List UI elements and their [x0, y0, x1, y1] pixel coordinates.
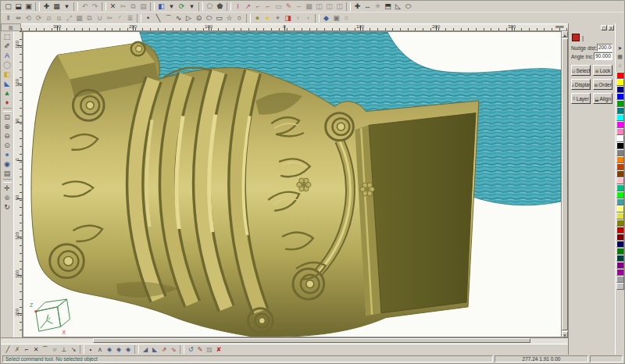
edit-pen-icon[interactable]: ✎ — [195, 345, 205, 354]
refresh-dropdown-icon[interactable]: ▾ — [187, 2, 197, 11]
fill-color-icon[interactable]: ◧ — [156, 2, 166, 11]
layer-button[interactable]: ≡Layer — [571, 93, 591, 104]
snap-point-icon[interactable]: • — [86, 345, 95, 354]
horizontal-scroll-thumb[interactable] — [93, 338, 530, 343]
palette-swatch[interactable] — [616, 142, 624, 149]
lamp-on-icon[interactable]: ● — [262, 13, 273, 23]
stat-c-icon[interactable]: ◫ — [334, 2, 345, 11]
circle-center-tool-icon[interactable]: ⊙ — [194, 13, 204, 23]
snap-handle-icon[interactable]: ✳ — [373, 2, 383, 11]
combine-tool-icon[interactable]: ⧉ — [84, 13, 95, 23]
scroll-up-arrow[interactable]: ▲ — [562, 31, 568, 37]
palette-swatch[interactable] — [616, 100, 624, 107]
zoom-extents-icon[interactable]: ⊙ — [2, 141, 12, 150]
text-tool-icon[interactable]: I — [233, 2, 243, 11]
palette-swatch[interactable] — [616, 177, 624, 184]
paste-special-icon[interactable]: ✚ — [41, 2, 52, 11]
palette-swatch[interactable] — [616, 114, 624, 121]
rectangle-tool-icon[interactable]: ▭ — [214, 13, 224, 23]
model-red-icon[interactable]: ♦ — [2, 98, 12, 107]
delete-icon[interactable]: ✕ — [108, 2, 118, 11]
cube-view-icon[interactable]: ◆ — [321, 13, 331, 23]
weld-tool-icon[interactable]: ∪ — [95, 13, 105, 23]
shaded-view-icon[interactable]: ● — [2, 150, 12, 159]
wireframe-view-icon[interactable]: ◉ — [2, 159, 12, 169]
scroll-down-arrow[interactable]: ▼ — [562, 331, 568, 337]
palette-swatch[interactable] — [616, 170, 624, 177]
select-mode-icon[interactable]: ▦ — [52, 2, 62, 11]
snap-midpoint-icon[interactable]: ◈ — [105, 345, 114, 354]
align-button[interactable]: ⬓Align — [593, 93, 612, 104]
horizontal-scrollbar[interactable] — [1, 337, 568, 344]
snap-quadrant-icon[interactable]: ◈ — [123, 345, 133, 354]
stretch-icon[interactable]: ↔ — [362, 2, 373, 11]
snap-perpendicular-icon[interactable]: ⊥ — [59, 345, 69, 354]
snap-center-icon[interactable]: ◈ — [114, 345, 123, 354]
palette-swatch[interactable] — [616, 248, 624, 255]
polyline-tool-icon[interactable]: ▷ — [184, 13, 194, 23]
field-value-input[interactable]: 90.000 — [594, 52, 612, 60]
zoom-window-icon[interactable]: ⊡ — [2, 112, 12, 122]
vector-blue-icon[interactable]: ◣ — [2, 79, 12, 88]
palette-swatch[interactable] — [616, 191, 624, 198]
curve-tool-icon[interactable]: ∿ — [173, 13, 184, 23]
ghost-tool-icon[interactable]: ▨ — [205, 345, 214, 354]
snap-vector-b-icon[interactable]: ⇘ — [169, 345, 178, 354]
snap-circle-icon[interactable]: ○ — [50, 345, 59, 354]
folder-view-icon[interactable]: ⬒ — [383, 2, 393, 11]
viewport-3d[interactable]: Z X Y — [23, 31, 561, 337]
vertical-scrollbar[interactable]: ▲ ▼ — [561, 31, 568, 337]
plane-b-icon[interactable]: ◣ — [150, 345, 159, 354]
node-edit-icon[interactable]: ✐ — [2, 41, 12, 51]
text-vector-icon[interactable]: A — [2, 51, 12, 60]
palette-swatch[interactable] — [616, 163, 624, 170]
panel-restore-button[interactable]: ▢ — [601, 25, 607, 30]
stat-a-icon[interactable]: ◫ — [314, 2, 324, 11]
skew-tool-icon[interactable]: ⧄ — [44, 13, 54, 23]
display-button[interactable]: ⊟Display — [571, 79, 591, 90]
move-tool-icon[interactable]: ⬍ — [3, 13, 13, 23]
image-view-icon[interactable]: ▣ — [331, 13, 341, 23]
set-square-icon[interactable]: ◺ — [393, 2, 403, 11]
zoom-dynamic-icon[interactable]: ⊕ — [2, 193, 12, 202]
rotate-right-icon[interactable]: ⟳ — [34, 13, 44, 23]
cut-icon[interactable]: ✂ — [118, 2, 128, 11]
refresh-icon[interactable]: ⟳ — [177, 2, 187, 11]
print-preview-icon[interactable]: ▤ — [2, 169, 12, 178]
fillet-tool-icon[interactable]: ◜ — [115, 13, 125, 23]
pan-view-icon[interactable]: ✛ — [2, 184, 12, 193]
order-button[interactable]: ⊠Order — [593, 79, 612, 90]
panel-close-button[interactable]: ✕ — [608, 25, 614, 30]
shield-filled-icon[interactable]: ⬟ — [215, 2, 225, 11]
pointer-tool-icon[interactable]: ➤ — [616, 44, 624, 52]
ruler-origin-button[interactable]: ⊞ — [1, 23, 21, 31]
shield-outline-icon[interactable]: ⬠ — [205, 2, 215, 11]
new-file-icon[interactable]: ▢ — [3, 2, 13, 11]
snap-corner-icon[interactable]: ⌐ — [22, 345, 31, 354]
rotate-view-icon[interactable]: ↻ — [2, 202, 12, 212]
measure-tool-icon[interactable]: ⤢ — [64, 13, 74, 23]
ellipse-tool-icon[interactable]: ⬭ — [204, 13, 214, 23]
fill-color-dropdown-icon[interactable]: ▾ — [166, 2, 177, 11]
paste-icon[interactable]: ▤ — [138, 2, 148, 11]
hatch-tool-icon[interactable]: ▩ — [304, 2, 314, 11]
undo-icon[interactable]: ↶ — [80, 2, 90, 11]
select-button[interactable]: ⊡Select — [571, 65, 591, 76]
lamp-alt-icon[interactable]: ○ — [341, 13, 352, 23]
snap-vector-a-icon[interactable]: ⇗ — [159, 345, 169, 354]
select-mode-dropdown-icon[interactable]: ▾ — [62, 2, 72, 11]
circle-tool-icon[interactable]: ○ — [234, 13, 245, 23]
sparkle-icon[interactable]: ✦ — [273, 13, 283, 23]
magnet-toggle-icon[interactable]: ⌂ — [616, 61, 624, 70]
palette-swatch[interactable] — [616, 241, 624, 248]
palette-swatch[interactable] — [616, 135, 624, 142]
nudge-right-icon[interactable]: › — [303, 13, 313, 23]
vertical-scroll-thumb[interactable] — [562, 38, 568, 330]
zoom-out-icon[interactable]: ⊖ — [2, 131, 12, 141]
stat-b-icon[interactable]: ◫ — [324, 2, 334, 11]
bezier-tool-icon[interactable]: ↗ — [243, 2, 253, 11]
palette-swatch[interactable] — [616, 72, 624, 79]
contour-tool-icon[interactable]: ▭ — [273, 2, 284, 11]
material-toggle-icon[interactable]: ◨ — [283, 13, 293, 23]
palette-swatch[interactable] — [616, 79, 624, 86]
